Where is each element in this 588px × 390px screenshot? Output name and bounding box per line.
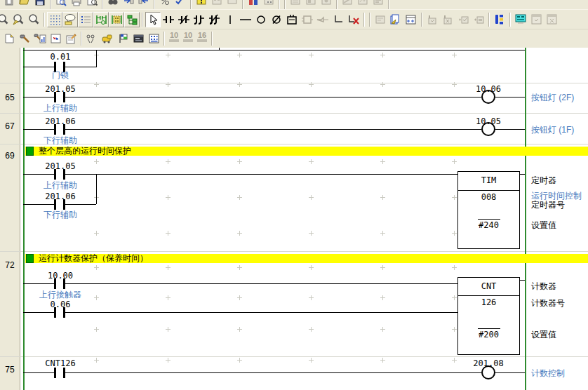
compare-icon[interactable] bbox=[157, 0, 173, 8]
contact-comment: 下行辅助 bbox=[18, 209, 102, 221]
new-contact-icon[interactable] bbox=[161, 12, 176, 27]
rung-wire bbox=[65, 283, 457, 284]
rung-wire bbox=[65, 67, 96, 67]
instruction-operand-2: #240 bbox=[458, 220, 519, 230]
address-reference-icon[interactable] bbox=[84, 31, 100, 46]
toolbar-row-diagram bbox=[0, 9, 588, 29]
counter-instruction-box[interactable]: CNT 126 #200 bbox=[457, 277, 520, 355]
binary-view-icon[interactable] bbox=[261, 0, 276, 8]
tool-gray-icon[interactable] bbox=[355, 0, 370, 8]
monitoring-flag-icon[interactable] bbox=[115, 31, 131, 46]
online-edit-begin-icon[interactable] bbox=[403, 12, 419, 27]
transfer-to-plc-icon[interactable] bbox=[121, 0, 136, 8]
delete-line-icon[interactable] bbox=[346, 12, 361, 27]
ladder-diagram-area[interactable]: 0.01 门锁 65 201.05 上行辅助 10.06 按钮灯 (2F) 67… bbox=[0, 48, 588, 390]
rung-number[interactable]: 69 bbox=[0, 151, 20, 161]
online-edit-gray-icon[interactable] bbox=[425, 12, 440, 27]
rung-separator bbox=[0, 83, 588, 83]
show-comments-icon[interactable] bbox=[62, 12, 78, 27]
contact[interactable] bbox=[54, 368, 66, 378]
new-view-icon[interactable] bbox=[1, 31, 17, 46]
radix-decimal-button[interactable]: 10 bbox=[167, 32, 181, 46]
online-edit-send-icon[interactable] bbox=[388, 12, 403, 27]
rung-number[interactable]: 65 bbox=[0, 93, 20, 102]
paste-icon[interactable] bbox=[1, 0, 17, 8]
new-line-corner-icon[interactable] bbox=[330, 12, 346, 27]
new-or-closed-contact-icon[interactable] bbox=[207, 12, 222, 27]
contact-operand: 201.05 bbox=[32, 84, 88, 94]
show-program-tree-icon[interactable] bbox=[124, 12, 140, 27]
new-vertical-line-icon[interactable] bbox=[222, 12, 238, 27]
instruction-mnemonic: CNT bbox=[458, 281, 519, 291]
toggle-grid-icon[interactable] bbox=[47, 12, 62, 27]
coil-operand: 10.06 bbox=[460, 84, 516, 94]
simulator-icon[interactable] bbox=[100, 31, 115, 46]
radix-hex-button[interactable]: 16 bbox=[195, 32, 209, 46]
show-rung-wrapping-icon[interactable] bbox=[93, 12, 109, 27]
tool-gray-icon[interactable] bbox=[288, 0, 303, 8]
rung-comment-banner[interactable]: 运行计数器保护（保养时间） bbox=[25, 254, 588, 263]
radix-signed-decimal-button[interactable]: 10 bbox=[181, 32, 195, 46]
tool-gray-icon[interactable] bbox=[370, 0, 386, 8]
rung-number[interactable]: 75 bbox=[0, 365, 20, 375]
monitor-in-rung-icon[interactable] bbox=[109, 12, 124, 27]
coil-comment-label: 计数控制 bbox=[531, 368, 565, 379]
new-fb-parameter-icon[interactable] bbox=[315, 12, 330, 27]
new-closed-contact-icon[interactable] bbox=[176, 12, 192, 27]
tool-gray-icon[interactable] bbox=[340, 0, 355, 8]
build-report-icon[interactable] bbox=[32, 31, 48, 46]
work-online-icon[interactable] bbox=[194, 0, 209, 8]
zoom-fit-icon[interactable] bbox=[0, 12, 11, 27]
online-edit-release-gray-icon[interactable] bbox=[471, 12, 486, 27]
transfer-from-plc-icon[interactable] bbox=[136, 0, 152, 8]
window-gray-close-icon[interactable] bbox=[544, 12, 559, 27]
rung-separator bbox=[0, 356, 588, 357]
window-gray-icon[interactable] bbox=[528, 12, 544, 27]
edit-properties-icon[interactable] bbox=[63, 31, 79, 46]
new-instruction-icon[interactable] bbox=[284, 12, 300, 27]
edit-gray-icon[interactable] bbox=[373, 12, 388, 27]
watch-window-icon[interactable] bbox=[513, 12, 528, 27]
new-coil-icon[interactable] bbox=[253, 12, 269, 27]
io-comment-view-icon[interactable] bbox=[492, 12, 507, 27]
zoom-out-icon[interactable] bbox=[26, 12, 41, 27]
contact-comment: 上行辅助 bbox=[18, 102, 102, 114]
contact-operand: 10.00 bbox=[32, 271, 88, 281]
instruction-label: 计数器 bbox=[531, 281, 556, 292]
new-function-block-icon[interactable] bbox=[300, 12, 315, 27]
tool-gray-icon[interactable] bbox=[319, 0, 334, 8]
verify-icon[interactable] bbox=[173, 0, 188, 8]
rung-marker-icon bbox=[26, 147, 34, 156]
print-icon[interactable] bbox=[69, 0, 84, 8]
rung-number[interactable]: 72 bbox=[0, 260, 20, 270]
memory-view-icon[interactable] bbox=[146, 31, 161, 46]
contact-comment: 上行辅助 bbox=[18, 180, 102, 191]
monitor-gray-icon[interactable] bbox=[209, 0, 225, 8]
rung-number[interactable]: 67 bbox=[0, 121, 20, 131]
show-rung-annotations-icon[interactable] bbox=[78, 12, 93, 27]
operand-label: 设置值 bbox=[531, 220, 556, 231]
rung-comment-banner[interactable]: 整个层高的运行时间保护 bbox=[25, 147, 588, 156]
force-icon[interactable] bbox=[246, 0, 261, 8]
rung-wire bbox=[23, 372, 54, 373]
open-icon[interactable] bbox=[17, 0, 32, 8]
save-icon[interactable] bbox=[32, 0, 48, 8]
build-icon[interactable] bbox=[17, 31, 32, 46]
rung-wire bbox=[65, 204, 96, 205]
dialog-view-icon[interactable] bbox=[131, 31, 146, 46]
print-preview-icon[interactable] bbox=[84, 0, 100, 8]
online-edit-commit-gray-icon[interactable] bbox=[455, 12, 471, 27]
find-icon[interactable] bbox=[53, 0, 69, 8]
tool-gray-icon[interactable] bbox=[303, 0, 319, 8]
search-binoculars-icon[interactable] bbox=[105, 0, 121, 8]
new-horizontal-line-icon[interactable] bbox=[238, 12, 253, 27]
toolbar-row-standard bbox=[0, 0, 588, 9]
online-edit-cancel-gray-icon[interactable] bbox=[440, 12, 455, 27]
select-mode-icon[interactable] bbox=[145, 12, 161, 27]
new-or-contact-icon[interactable] bbox=[192, 12, 207, 27]
new-closed-coil-icon[interactable] bbox=[269, 12, 284, 27]
print-gray-icon[interactable] bbox=[225, 0, 240, 8]
cross-reference-icon[interactable] bbox=[48, 31, 63, 46]
timer-instruction-box[interactable]: TIM 008 #240 bbox=[457, 171, 520, 249]
zoom-in-icon[interactable] bbox=[11, 12, 26, 27]
